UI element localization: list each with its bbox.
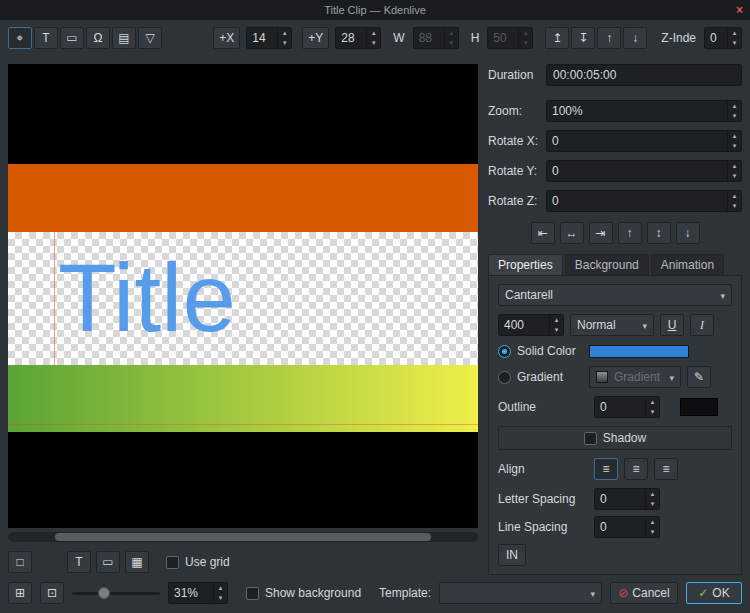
lower-to-bottom-button[interactable]: ↓ [623,27,647,49]
outline-spinbox[interactable]: 0 [594,396,660,418]
font-family-combo[interactable]: Cantarell [498,284,732,306]
spin-down-icon[interactable] [728,111,741,121]
line-spacing-spin-arrows[interactable] [645,517,659,537]
tab-background[interactable]: Background [565,254,649,276]
add-text-button[interactable]: T [34,27,58,49]
spin-up-icon[interactable] [728,131,741,141]
font-size-spin-arrows[interactable] [549,315,563,335]
letter-spacing-spinbox[interactable]: 0 [594,488,660,510]
duration-field[interactable]: 00:00:05:00 [546,64,742,86]
y-position-button[interactable]: +Y [302,27,329,49]
spin-down-icon[interactable] [728,38,741,48]
gradient-rectangle-item[interactable] [8,365,478,432]
raise-object-button[interactable]: ↥ [545,27,569,49]
rotate-y-spin-arrows[interactable] [727,161,741,181]
align-item-left-button[interactable]: ⇤ [531,222,555,244]
fill-color-swatch[interactable] [589,345,689,358]
show-background-checkbox[interactable] [246,587,259,600]
cancel-button[interactable]: ⊘ Cancel [610,582,678,604]
template-combo[interactable] [439,582,602,604]
use-grid-checkbox[interactable] [166,556,179,569]
raise-to-top-button[interactable]: ↑ [597,27,621,49]
line-spacing-spinbox[interactable]: 0 [594,516,660,538]
spin-up-icon[interactable] [646,517,659,527]
align-center-button[interactable]: ≡ [624,458,648,480]
underline-button[interactable]: U [660,314,684,336]
spin-down-icon[interactable] [646,527,659,537]
zoom-percent-spinbox[interactable]: 31% [168,582,228,604]
italic-button[interactable]: I [690,314,714,336]
align-right-button[interactable]: ≡ [654,458,678,480]
align-item-right-button[interactable]: ⇥ [589,222,613,244]
align-left-button[interactable]: ≡ [594,458,618,480]
rotate-y-spinbox[interactable]: 0 [546,160,742,182]
spin-down-icon[interactable] [214,593,227,603]
font-weight-combo[interactable]: Normal [570,314,654,336]
select-all-button[interactable]: □ [8,551,32,573]
spin-up-icon[interactable] [367,28,380,38]
spin-down-icon[interactable] [367,38,380,48]
spin-up-icon[interactable] [728,161,741,171]
orange-rectangle-item[interactable] [8,164,478,232]
lower-object-button[interactable]: ↧ [571,27,595,49]
y-spin-arrows[interactable] [366,28,380,48]
font-size-spinbox[interactable]: 400 [498,314,564,336]
shadow-checkbox[interactable] [584,432,597,445]
align-item-vcenter-button[interactable]: ↕ [647,222,671,244]
spin-up-icon[interactable] [278,28,291,38]
tab-properties[interactable]: Properties [488,254,563,276]
outline-spin-arrows[interactable] [645,397,659,417]
spin-up-icon[interactable] [646,489,659,499]
canvas-horizontal-scrollbar[interactable] [8,532,478,542]
spin-up-icon[interactable] [214,583,227,593]
zoom-spinbox[interactable]: 100% [546,100,742,122]
letter-spacing-spin-arrows[interactable] [645,489,659,509]
close-button[interactable]: × [736,0,743,20]
select-text-items-button[interactable]: T [67,551,91,573]
rotate-x-spinbox[interactable]: 0 [546,130,742,152]
add-ellipse-button[interactable]: Ω [86,27,110,49]
spin-up-icon[interactable] [728,101,741,111]
spin-up-icon[interactable] [728,28,741,38]
select-tool-button[interactable]: ⌖ [8,27,32,49]
spin-down-icon[interactable] [550,325,563,335]
rotate-x-spin-arrows[interactable] [727,131,741,151]
add-rectangle-button[interactable]: ▭ [60,27,84,49]
spin-up-icon[interactable] [728,191,741,201]
align-item-top-button[interactable]: ↑ [618,222,642,244]
y-position-spinbox[interactable]: 28 [335,27,381,49]
zoom-slider[interactable] [72,582,160,604]
zoom-fit-button[interactable]: ⊞ [8,582,32,604]
spin-up-icon[interactable] [550,315,563,325]
zoom-spin-arrows[interactable] [727,101,741,121]
align-item-bottom-button[interactable]: ↓ [676,222,700,244]
outline-color-swatch[interactable] [680,398,718,416]
rotate-z-spinbox[interactable]: 0 [546,190,742,212]
spin-up-icon[interactable] [646,397,659,407]
slider-handle[interactable] [98,587,110,599]
select-rect-items-button[interactable]: ▭ [96,551,120,573]
spin-down-icon[interactable] [646,407,659,417]
scrollbar-handle[interactable] [55,533,431,541]
ok-button[interactable]: ✓ OK [686,582,742,604]
title-canvas[interactable]: Title [8,64,478,528]
x-spin-arrows[interactable] [277,28,291,48]
in-button[interactable]: IN [498,544,526,566]
solid-color-radio[interactable] [498,345,511,358]
zoom-percent-spin-arrows[interactable] [213,583,227,603]
select-image-items-button[interactable]: ▦ [125,551,149,573]
x-position-spinbox[interactable]: 14 [246,27,292,49]
spin-down-icon[interactable] [646,499,659,509]
edit-gradient-button[interactable]: ✎ [687,366,711,388]
save-document-button[interactable]: ▽ [138,27,162,49]
spin-down-icon[interactable] [728,171,741,181]
align-item-hcenter-button[interactable]: ↔ [560,222,584,244]
tab-animation[interactable]: Animation [651,254,724,276]
title-text-item[interactable]: Title [58,232,236,365]
open-document-button[interactable]: ▤ [112,27,136,49]
rotate-z-spin-arrows[interactable] [727,191,741,211]
spin-down-icon[interactable] [728,201,741,211]
spin-down-icon[interactable] [728,141,741,151]
zindex-spinbox[interactable]: 0 [704,27,742,49]
zindex-spin-arrows[interactable] [727,28,741,48]
